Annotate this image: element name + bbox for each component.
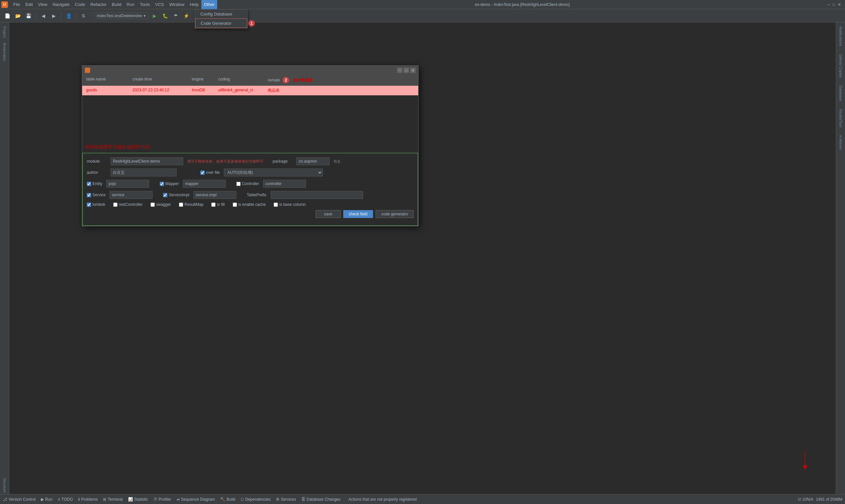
mapper-group: Mapper — [160, 181, 179, 186]
service-impl-input[interactable] — [193, 191, 236, 199]
status-todo[interactable]: ≡ TODO — [58, 497, 73, 502]
service-impl-checkbox[interactable] — [163, 193, 168, 197]
status-git[interactable]: ⎇ Version Control — [3, 497, 36, 502]
check-field-button[interactable]: check field — [343, 210, 373, 218]
right-sidebar: Notifications GitHub Copilot Database Re… — [836, 22, 845, 494]
package-label: package — [272, 159, 293, 164]
swagger-checkbox[interactable] — [151, 202, 155, 207]
enable-cache-checkbox[interactable] — [233, 202, 237, 207]
menu-window[interactable]: Window — [167, 0, 187, 9]
sidebar-database[interactable]: Database — [838, 84, 843, 102]
code-generator-dialog: ─ □ ✕ table name create time engine codi… — [82, 65, 419, 226]
status-db-changes[interactable]: 🗄 Database Changes — [301, 497, 341, 502]
status-deps[interactable]: ⬡ Dependencies — [241, 497, 271, 502]
menu-build[interactable]: Build — [109, 0, 124, 9]
mapper-input[interactable] — [183, 180, 226, 188]
menu-refactor[interactable]: Refactor — [88, 0, 109, 9]
statistic-icon: 📊 — [128, 497, 133, 502]
form-row-author: author over file AUTO(ID自增) — [87, 168, 413, 177]
table-row-goods[interactable]: goods 2023-07-23 23:40:12 InnoDB utf8mb4… — [82, 86, 418, 95]
sidebar-restfultool[interactable]: RestfulTool — [838, 108, 843, 128]
menu-run[interactable]: Run — [124, 0, 137, 9]
enable-cache-group: is enable cache — [233, 202, 266, 207]
profile-btn[interactable]: ⚡ — [181, 11, 191, 20]
is-fill-checkbox[interactable] — [211, 202, 215, 207]
status-run[interactable]: ▶ Run — [41, 497, 52, 502]
status-terminal[interactable]: ⊞ Terminal — [103, 497, 122, 502]
menu-code[interactable]: Code — [72, 0, 88, 9]
rest-controller-checkbox[interactable] — [113, 202, 118, 207]
open-btn[interactable]: 📂 — [13, 11, 22, 20]
menu-file[interactable]: File — [11, 0, 23, 9]
close-btn[interactable]: ✕ — [838, 2, 841, 7]
menu-edit[interactable]: Edit — [23, 0, 35, 9]
forward-btn[interactable]: ▶ — [49, 11, 58, 20]
entity-checkbox[interactable] — [87, 182, 91, 186]
save-btn[interactable]: 💾 — [24, 11, 33, 20]
menu-view[interactable]: View — [35, 0, 50, 9]
service-impl-label: ServiceImpl — [169, 193, 190, 197]
status-services[interactable]: ⚙ Services — [276, 497, 296, 502]
author-label: author — [87, 170, 107, 175]
save-button[interactable]: save — [316, 210, 340, 218]
sidebar-item-structure[interactable]: Structure — [2, 476, 7, 494]
code-generator-item[interactable]: Code Generator 1 — [195, 18, 247, 28]
module-input[interactable] — [110, 157, 183, 165]
git-btn[interactable]: ⇅ — [79, 11, 88, 20]
dialog-maximize-btn[interactable]: □ — [404, 68, 409, 73]
debug-btn[interactable]: 🐛 — [160, 11, 170, 20]
dialog-close-btn[interactable]: ✕ — [410, 68, 416, 73]
primary-key-dropdown[interactable]: AUTO(ID自增) — [224, 168, 323, 177]
status-run-label: Run — [45, 497, 52, 502]
menu-navigate[interactable]: Navigate — [50, 0, 72, 9]
new-file-btn[interactable]: 📄 — [3, 11, 12, 20]
window-title: es-demo - IndexTest.java [RestHighLevelC… — [217, 2, 827, 7]
status-sequence[interactable]: ⇌ Sequence Diagram — [177, 497, 215, 502]
package-input[interactable] — [296, 157, 330, 165]
run-btn[interactable]: ▶ — [150, 11, 159, 20]
sidebar-notifications[interactable]: Notifications — [838, 25, 843, 48]
status-db-changes-label: Database Changes — [307, 497, 341, 502]
status-statistic[interactable]: 📊 Statistic — [128, 497, 148, 502]
maximize-btn[interactable]: □ — [833, 2, 835, 7]
config-database-item[interactable]: Config Database — [195, 10, 247, 18]
menu-other[interactable]: Other — [201, 0, 217, 9]
controller-label: Controller — [242, 181, 259, 186]
run-config[interactable]: IndexTest.testDeleteIndex ▾ — [94, 13, 148, 19]
update-project-btn[interactable]: 👤 — [64, 11, 73, 20]
menu-vcs[interactable]: VCS — [153, 0, 167, 9]
profiler-icon: ⏱ — [154, 497, 157, 502]
table-prefix-input[interactable] — [271, 191, 363, 199]
service-group: Service — [87, 193, 106, 197]
coverage-btn[interactable]: ☂ — [171, 11, 180, 20]
back-btn[interactable]: ◀ — [39, 11, 48, 20]
status-git-label: Version Control — [8, 497, 36, 502]
mapper-checkbox[interactable] — [160, 182, 164, 186]
service-checkbox[interactable] — [87, 193, 91, 197]
over-file-checkbox[interactable] — [200, 170, 205, 175]
lombok-checkbox[interactable] — [87, 202, 91, 207]
sidebar-item-project[interactable]: Project — [2, 25, 7, 39]
menu-tools[interactable]: Tools — [137, 0, 153, 9]
author-input[interactable] — [110, 168, 177, 177]
sidebar-github-copilot[interactable]: GitHub Copilot — [838, 53, 843, 79]
sidebar-item-bookmarks[interactable]: Bookmarks — [2, 41, 7, 62]
sidebar-maven[interactable]: m Maven — [838, 133, 843, 151]
result-map-checkbox[interactable] — [179, 202, 183, 207]
entity-input[interactable] — [106, 180, 149, 188]
lombok-group: lombok — [87, 202, 105, 207]
status-profiler[interactable]: ⏱ Profiler — [154, 497, 171, 502]
status-problems[interactable]: ℹ Problems — [78, 497, 98, 502]
controller-checkbox[interactable] — [236, 182, 241, 186]
service-input[interactable] — [110, 191, 153, 199]
controller-input[interactable] — [263, 180, 306, 188]
content-area: ─ □ ✕ table name create time engine codi… — [9, 22, 836, 494]
base-column-checkbox[interactable] — [274, 202, 278, 207]
col-engine: engine — [191, 76, 217, 84]
minimize-btn[interactable]: ─ — [827, 2, 830, 7]
status-build[interactable]: 🔨 Build — [220, 497, 235, 502]
dialog-minimize-btn[interactable]: ─ — [397, 68, 402, 73]
code-generatro-button[interactable]: code generatro — [376, 210, 413, 218]
cell-coding: utf8mb4_general_ci — [217, 87, 266, 94]
menu-help[interactable]: Help — [187, 0, 201, 9]
